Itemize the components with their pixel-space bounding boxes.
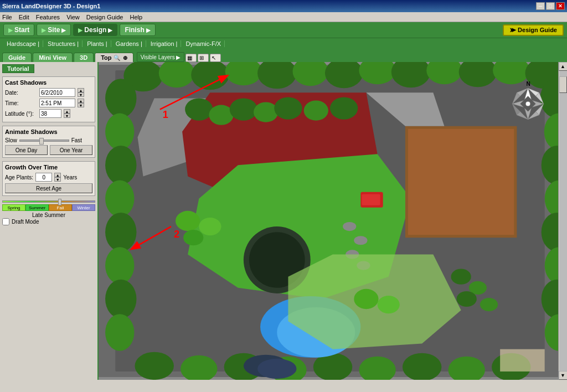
cursor-icon: ⊕ bbox=[123, 55, 127, 61]
tab-guide[interactable]: Guide bbox=[2, 53, 32, 62]
category-irrigation[interactable]: Irrigation | bbox=[147, 40, 182, 47]
age-spinner: ▲ ▼ bbox=[54, 173, 61, 182]
age-row: Age Plants: ▲ ▼ Years bbox=[5, 173, 92, 182]
season-area: Spring Summer Fall Winter Late Summer Dr… bbox=[2, 199, 95, 226]
category-dynamic-fx[interactable]: Dynamic-F/X bbox=[182, 40, 225, 47]
date-up[interactable]: ▲ bbox=[78, 88, 84, 92]
category-structures[interactable]: Structures | bbox=[44, 40, 83, 47]
speed-thumb[interactable] bbox=[39, 138, 44, 145]
scroll-track[interactable] bbox=[559, 71, 567, 371]
svg-point-66 bbox=[330, 97, 358, 119]
age-down[interactable]: ▼ bbox=[54, 177, 61, 182]
svg-point-27 bbox=[105, 213, 136, 252]
workflow-bar: ▶ Start ▶ Site ▶ ▶ Design ▶ Finish ▶ ➤ ➤… bbox=[0, 22, 567, 38]
growth-section: Growth Over Time Age Plants: ▲ ▼ Years R… bbox=[2, 161, 95, 196]
svg-point-74 bbox=[257, 359, 297, 379]
menu-edit[interactable]: Edit bbox=[19, 14, 29, 20]
animate-shadows-title: Animate Shadows bbox=[5, 128, 92, 135]
reset-age-row: Reset Age bbox=[5, 183, 92, 193]
tutorial-button[interactable]: Tutorial bbox=[2, 64, 34, 73]
menu-features[interactable]: Features bbox=[36, 14, 60, 20]
scroll-thumb[interactable] bbox=[559, 76, 567, 93]
time-spinner: ▲ ▼ bbox=[78, 99, 84, 107]
cast-shadows-title: Cast Shadows bbox=[5, 79, 92, 86]
tab-3d[interactable]: 3D bbox=[74, 53, 94, 62]
one-day-button[interactable]: One Day bbox=[5, 145, 48, 155]
speed-track[interactable] bbox=[19, 140, 69, 142]
visible-layers-button[interactable]: Visible Layers ▶ bbox=[137, 52, 185, 62]
tool-icon-1[interactable]: ▦ bbox=[185, 54, 197, 62]
start-play-icon: ▶ bbox=[8, 27, 13, 33]
one-year-button[interactable]: One Year bbox=[50, 145, 92, 155]
menu-view[interactable]: View bbox=[66, 14, 80, 20]
date-spinner: ▲ ▼ bbox=[78, 88, 84, 97]
time-down[interactable]: ▼ bbox=[78, 103, 84, 107]
time-input[interactable] bbox=[39, 99, 75, 107]
season-slider[interactable] bbox=[2, 200, 95, 203]
time-row: Time: ▲ ▼ bbox=[5, 99, 92, 107]
menu-design-guide[interactable]: Design Guide bbox=[86, 14, 123, 20]
site-button[interactable]: ▶ Site ▶ bbox=[37, 24, 71, 36]
age-up[interactable]: ▲ bbox=[54, 173, 61, 177]
reset-age-button[interactable]: Reset Age bbox=[5, 183, 92, 193]
scroll-up-button[interactable]: ▲ bbox=[559, 62, 568, 71]
draft-mode-label: Draft Mode bbox=[12, 219, 39, 225]
age-input[interactable] bbox=[35, 173, 52, 182]
svg-point-25 bbox=[105, 146, 136, 185]
time-up[interactable]: ▲ bbox=[78, 99, 84, 103]
draft-mode-checkbox[interactable] bbox=[2, 218, 9, 225]
svg-point-69 bbox=[451, 269, 471, 285]
finish-play-right-icon: ▶ bbox=[146, 27, 151, 33]
titlebar-controls: ─ □ ✕ bbox=[536, 2, 565, 10]
minimize-button[interactable]: ─ bbox=[536, 2, 545, 10]
lat-up[interactable]: ▲ bbox=[64, 109, 70, 114]
svg-point-37 bbox=[403, 353, 442, 380]
lat-down[interactable]: ▼ bbox=[64, 114, 70, 118]
design-button[interactable]: ▶ Design ▶ bbox=[73, 24, 117, 36]
category-hardscape[interactable]: Hardscape | bbox=[3, 40, 43, 47]
growth-title: Growth Over Time bbox=[5, 164, 92, 171]
menu-file[interactable]: File bbox=[2, 14, 12, 20]
maximize-button[interactable]: □ bbox=[546, 2, 555, 10]
finish-button[interactable]: Finish ▶ bbox=[120, 24, 155, 36]
svg-text:N: N bbox=[526, 81, 530, 87]
design-guide-button[interactable]: ➤ ➤ Design Guide bbox=[503, 24, 564, 36]
svg-point-31 bbox=[135, 352, 174, 380]
svg-point-26 bbox=[105, 180, 134, 216]
current-season: Late Summer bbox=[2, 212, 95, 218]
latitude-input[interactable] bbox=[39, 109, 61, 118]
svg-point-24 bbox=[105, 114, 134, 150]
titlebar: Sierra LandDesigner 3D - Design1 ─ □ ✕ bbox=[0, 0, 567, 12]
date-down[interactable]: ▼ bbox=[78, 92, 84, 97]
latitude-spinner: ▲ ▼ bbox=[64, 109, 70, 118]
svg-point-28 bbox=[105, 247, 134, 283]
draft-mode-row: Draft Mode bbox=[2, 218, 95, 225]
start-button[interactable]: ▶ Start bbox=[3, 24, 34, 36]
latitude-label: Latitude (°): bbox=[5, 111, 37, 117]
canvas-area[interactable]: N 1 2 ▲ ▼ bbox=[99, 62, 567, 380]
svg-point-71 bbox=[457, 291, 477, 307]
menu-help[interactable]: Help bbox=[130, 14, 142, 20]
svg-rect-75 bbox=[500, 349, 545, 372]
season-summer[interactable]: Summer bbox=[25, 204, 49, 211]
category-gardens[interactable]: Gardens | bbox=[112, 40, 146, 47]
close-button[interactable]: ✕ bbox=[556, 2, 565, 10]
svg-rect-68 bbox=[362, 194, 380, 205]
zoom-icon: 🔍 bbox=[114, 55, 120, 61]
pointer-icon: ↖ bbox=[212, 55, 216, 61]
latitude-row: Latitude (°): ▲ ▼ bbox=[5, 109, 92, 118]
years-label: Years bbox=[63, 174, 77, 180]
category-plants[interactable]: Plants | bbox=[84, 40, 111, 47]
tab-miniview[interactable]: Mini View bbox=[33, 53, 73, 62]
season-winter[interactable]: Winter bbox=[72, 204, 95, 211]
tool-icon-3[interactable]: ↖ bbox=[210, 54, 221, 62]
date-input[interactable] bbox=[39, 88, 75, 97]
tab-top[interactable]: Top 🔍 ⊕ bbox=[95, 53, 133, 62]
season-thumb[interactable] bbox=[58, 199, 61, 205]
scroll-down-button[interactable]: ▼ bbox=[559, 371, 568, 380]
svg-point-63 bbox=[254, 102, 278, 122]
tool-icon-2[interactable]: ⊞ bbox=[198, 54, 209, 62]
svg-point-48 bbox=[343, 222, 356, 231]
vertical-scrollbar[interactable]: ▲ ▼ bbox=[558, 62, 567, 380]
season-spring[interactable]: Spring bbox=[2, 204, 25, 211]
